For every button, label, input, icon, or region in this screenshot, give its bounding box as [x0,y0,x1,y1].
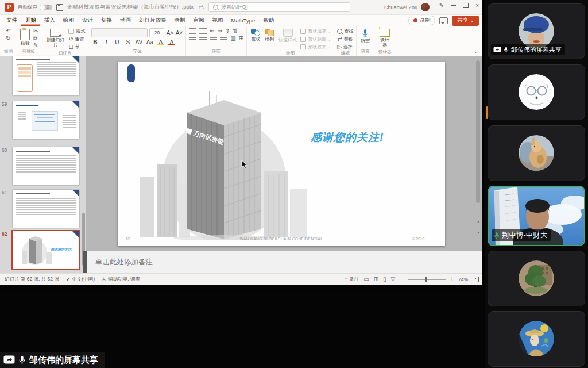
thumbnail-slide-62-selected[interactable]: 感谢您的关注! [13,231,79,269]
tab-transitions[interactable]: 切换 [97,15,116,26]
save-icon[interactable] [56,4,63,11]
decrease-indent-icon[interactable]: ⇤ [210,28,214,34]
next-slide-icon[interactable]: ⌄ [475,229,481,234]
share-button[interactable]: 共享⌄ [452,16,479,26]
slide-navy-shape[interactable] [127,64,135,82]
thanks-textbox[interactable]: 感谢您的关注! [311,130,384,145]
zoom-slider-thumb[interactable] [425,277,427,282]
normal-view-icon[interactable]: ▭ [363,276,369,282]
zoom-in-icon[interactable]: + [450,276,454,282]
section-button[interactable]: ⊟节 [68,44,85,50]
language-button[interactable]: ✔中文(中国) [66,276,95,283]
tab-mathtype[interactable]: MathType [227,15,260,26]
smartart-convert-icon[interactable]: ⊞ [239,36,243,41]
align-right-icon[interactable] [210,36,217,41]
thumbnail-slide-61[interactable] [13,190,79,228]
fit-to-window-icon[interactable] [473,277,479,282]
quick-styles-button[interactable]: 快速样式 [277,28,298,44]
account-area[interactable]: Chuanwei Zou [384,3,430,12]
italic-button[interactable]: I [102,39,110,45]
text-direction-icon[interactable]: ⇅ [233,28,238,34]
font-name-combobox[interactable] [91,28,148,37]
reset-button[interactable]: ↺重置 [68,36,85,43]
char-spacing-icon[interactable]: AV [135,39,142,45]
slide-sorter-icon[interactable]: ⊞ [374,276,378,282]
tab-file[interactable]: 文件 [2,15,21,26]
align-center-icon[interactable] [199,36,207,41]
tab-home[interactable]: 开始 [21,15,40,26]
notes-placeholder[interactable]: 单击此处添加备注 [95,258,153,267]
new-slide-button[interactable]: 新建幻灯片 [44,28,66,49]
search-box[interactable]: 搜索(Alt+Q) [208,2,350,12]
shape-fill-button[interactable]: 形状填充⌄ [300,28,331,34]
redo-icon[interactable]: ↻ [6,36,10,41]
layout-button[interactable]: 版式 [68,28,85,34]
canvas-scrollbar[interactable]: ⌃ ⌄ [475,59,481,248]
bullets-icon[interactable] [189,28,196,34]
close-button[interactable]: × [475,2,479,9]
grow-font-icon[interactable]: A˄ [166,30,173,36]
restore-button[interactable] [463,3,469,8]
arrange-button[interactable]: 排列 [264,28,275,43]
tab-design[interactable]: 设计 [78,15,97,26]
replace-button[interactable]: ⇄替换 [337,36,353,43]
increase-indent-icon[interactable]: ⇥ [218,28,222,34]
tab-help[interactable]: 帮助 [259,15,278,26]
zoom-slider[interactable] [408,279,446,280]
numbering-icon[interactable] [199,28,207,34]
pin-icon[interactable]: ✎ [439,2,444,9]
format-painter-icon[interactable]: ✎ [33,43,38,48]
cut-icon[interactable]: ✂ [33,28,38,34]
shape-effects-button[interactable]: 形状效果⌄ [300,44,331,50]
collapse-ribbon-icon[interactable]: ⌄ [473,48,478,54]
participant-tile-6[interactable] [488,311,585,367]
select-button[interactable]: ▷选择 [337,44,353,50]
strikethrough-button[interactable]: S [124,39,131,45]
underline-button[interactable]: U [113,39,121,45]
designer-button[interactable]: 设计器 [377,28,392,49]
thumbnail-slide-60[interactable] [13,147,79,185]
tab-animations[interactable]: 动画 [116,15,135,26]
shapes-button[interactable]: 形状 [250,28,261,43]
paste-button[interactable]: 粘贴 [19,28,31,47]
thumbnail-slide-58-partial[interactable] [13,56,79,95]
scrollbar-thumb[interactable] [476,60,480,203]
participant-tile-5[interactable] [488,251,585,306]
align-left-icon[interactable] [189,36,196,41]
participant-tile-speaker[interactable]: 荆中博-中财大 [488,186,585,246]
tab-draw[interactable]: 绘图 [59,15,78,26]
font-color-icon[interactable]: A [168,39,175,45]
notes-pane[interactable]: 单击此处添加备注 [86,251,482,273]
zoom-out-icon[interactable]: − [400,276,403,282]
previous-slide-icon[interactable]: ⌃ [475,221,481,226]
tab-view[interactable]: 视图 [208,15,227,26]
reading-view-icon[interactable]: ▯ [383,276,386,282]
powerpoint-logo-icon[interactable]: P [5,3,14,12]
participant-tile-sharer[interactable]: 邹传伟的屏幕共享 [488,3,585,59]
record-button[interactable]: 录制 [408,16,435,25]
tab-slideshow[interactable]: 幻灯片放映 [135,15,171,26]
undo-icon[interactable]: ↶ [6,28,10,34]
user-avatar[interactable] [421,3,430,12]
thumbnail-slide-59[interactable] [13,101,79,139]
autosave-toggle[interactable]: 自动保存 关 [18,4,52,11]
participant-tile-2[interactable] [488,64,585,120]
notes-toggle-button[interactable]: ⌃备注 [344,276,359,283]
minimize-button[interactable] [451,5,456,6]
copy-icon[interactable]: ⧉ [33,36,38,41]
shape-outline-button[interactable]: 形状轮廓⌄ [300,36,331,43]
tab-insert[interactable]: 插入 [40,15,59,26]
document-title[interactable]: 金融科技发展与监管反思框架（海市市监申报）.pptx · 已保存到这台电脑 [67,3,204,11]
slide-62[interactable]: 万向区块链 感谢您的关注! 62 WANXIANG BLOCKCHAIN CON… [118,62,445,246]
shrink-font-icon[interactable]: A˅ [175,30,183,36]
highlight-color-icon[interactable]: A [157,39,164,45]
tab-record[interactable]: 录制 [171,15,189,26]
change-case-icon[interactable]: Aa [146,39,153,45]
columns-icon[interactable]: ▥ [230,36,235,41]
tab-review[interactable]: 审阅 [189,15,208,26]
bold-button[interactable]: B [91,39,99,45]
participant-tile-3[interactable] [488,125,585,181]
splitter-handle[interactable] [83,251,87,273]
find-button[interactable]: 查找 [337,28,353,34]
dictate-button[interactable]: 听写 [359,28,371,45]
